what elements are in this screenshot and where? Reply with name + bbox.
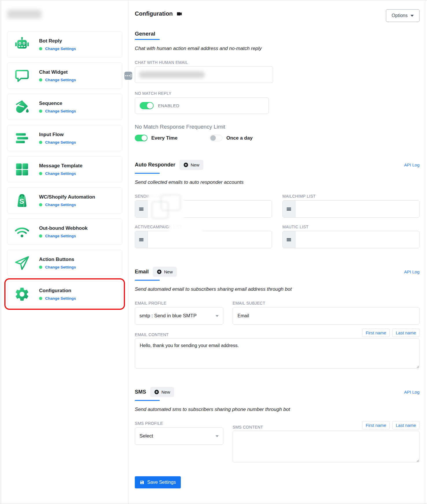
sidebar-item-sequence[interactable]: Sequence Change Settings [7,94,122,120]
mautic-list-label: MAUTIC LIST [282,225,419,229]
status-dot [39,266,42,269]
email-description: Send automated email to subscribers shar… [135,286,419,292]
sidebar-item-title: Input Flow [39,132,76,138]
chevron-down-icon [216,435,219,437]
every-time-toggle[interactable] [135,135,148,141]
sidebar-item-title: Sequence [39,101,76,106]
sidebar-item-wc-shopify-automation[interactable]: S WC/Shopify Automation Change Settings [7,187,122,214]
email-subject-label: EMAIL SUBJECT [233,301,419,305]
every-time-label: Every Time [151,135,177,141]
paint-bucket-icon [14,99,30,115]
email-content-textarea[interactable]: Hello, thank you for sending your email … [135,338,419,368]
sidebar-item-action-buttons[interactable]: Action Buttons Change Settings [7,250,122,276]
auto-responder-api-log-link[interactable]: API Log [404,162,419,167]
last-name-token-button[interactable]: Last name [392,421,419,429]
section-underline [135,280,160,281]
change-settings-link[interactable]: Change Settings [45,265,76,269]
options-button[interactable]: Options [386,9,419,22]
plus-circle-icon [183,162,188,167]
change-settings-link[interactable]: Change Settings [45,47,76,51]
chevron-down-icon [411,15,414,17]
sendinblue-list-field: SENDINBLUE LIST [135,194,272,218]
first-name-token-button[interactable]: First name [362,421,390,429]
options-button-label: Options [392,13,408,18]
change-settings-link[interactable]: Change Settings [45,296,76,301]
email-profile-field: EMAIL PROFILE smtp : Send in blue SMTP [135,301,223,325]
sms-content-textarea[interactable] [233,431,419,462]
email-profile-select[interactable]: smtp : Send in blue SMTP [135,307,223,325]
email-api-log-link[interactable]: API Log [404,269,419,274]
sidebar-item-bot-reply[interactable]: Bot Reply Change Settings [7,31,122,58]
bot-name-redacted [7,10,41,18]
email-subject-input[interactable] [233,307,419,325]
general-section-heading: General [135,31,419,37]
change-settings-link[interactable]: Change Settings [45,109,76,113]
status-dot [39,234,42,238]
mailchimp-list-input[interactable] [295,201,419,217]
change-settings-link[interactable]: Change Settings [45,203,76,207]
sidebar-item-title: Out-bound Webhook [39,225,88,231]
sidebar-item-input-flow[interactable]: Input Flow Change Settings [7,125,122,151]
save-icon [140,480,144,485]
status-dot [39,297,42,300]
sms-api-log-link[interactable]: API Log [404,390,419,394]
sidebar-item-configuration[interactable]: Configuration Change Settings [7,281,122,307]
no-match-reply-toggle[interactable] [140,102,154,109]
robot-icon [14,36,30,53]
status-dot [39,141,42,144]
email-content-label: EMAIL CONTENT [135,332,169,337]
email-new-button[interactable]: New [153,267,177,277]
sms-profile-select[interactable]: Select [135,427,223,445]
section-underline [135,173,160,174]
app-window: Bot Reply Change Settings Chat Widget Ch… [0,0,427,504]
mailchimp-list-label: MAILCHIMP LIST [282,194,419,199]
plus-circle-icon [157,269,162,274]
change-settings-link[interactable]: Change Settings [45,171,76,176]
change-settings-link[interactable]: Change Settings [45,234,76,238]
activecampaign-list-field: ACTIVECAMPAIGN LIST [135,225,272,248]
save-settings-button[interactable]: Save Settings [135,476,181,488]
no-match-reply-label: NO MATCH REPLY [135,91,419,96]
change-settings-link[interactable]: Change Settings [45,140,76,144]
sidebar-item-message-template[interactable]: Message Template Change Settings [7,156,122,182]
first-name-token-button[interactable]: First name [362,329,390,337]
no-match-reply-status: ENABLED [158,103,179,108]
sms-new-button[interactable]: New [150,387,174,397]
status-dot [39,78,42,81]
no-match-reply-box: ENABLED [135,97,269,114]
mautic-list-input[interactable] [295,231,419,248]
email-redacted [139,71,205,78]
sidebar-item-chat-widget[interactable]: Chat Widget Change Settings [7,62,122,89]
chat-bubble-icon [14,67,30,84]
status-dot [39,172,42,175]
panel-edge [425,1,425,504]
redaction-blur [169,221,203,234]
sms-profile-label: SMS PROFILE [135,421,223,426]
sms-content-label: SMS CONTENT [233,425,263,429]
change-settings-link[interactable]: Change Settings [45,78,76,82]
wifi-icon [14,223,30,240]
mautic-list-field: MAUTIC LIST [282,225,419,248]
status-dot [39,47,42,50]
paper-plane-icon [14,255,30,271]
sidebar-item-outbound-webhook[interactable]: Out-bound Webhook Change Settings [7,218,122,245]
activecampaign-list-input[interactable] [148,231,272,248]
status-dot [39,110,42,113]
frequency-limit-heading: No Match Response Frequency Limit [135,124,419,130]
list-icon [283,231,295,248]
settings-sidebar: Bot Reply Change Settings Chat Widget Ch… [1,1,128,312]
list-icon [135,201,148,217]
sidebar-item-title: WC/Shopify Automation [39,194,95,200]
auto-responder-new-button[interactable]: New [179,160,203,170]
plus-circle-icon [154,390,159,394]
once-a-day-toggle[interactable] [210,135,222,141]
email-heading: Email [135,269,149,275]
auto-responder-description: Send collected emails to auto responder … [135,179,419,185]
drag-handle[interactable] [124,72,132,80]
sidebar-item-title: Chat Widget [39,69,76,75]
shopify-bag-icon: S [14,192,30,209]
video-camera-icon[interactable] [176,11,183,17]
last-name-token-button[interactable]: Last name [392,329,419,337]
sidebar-item-title: Configuration [39,288,76,294]
chevron-down-icon [216,315,219,317]
